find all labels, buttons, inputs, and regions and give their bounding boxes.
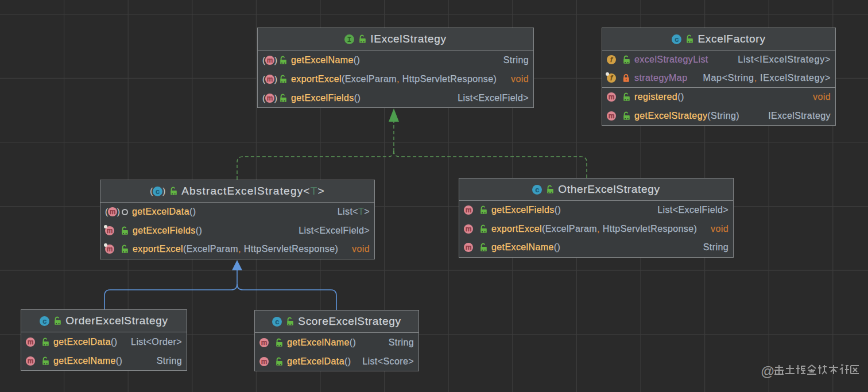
- svg-text:@: @: [761, 363, 774, 379]
